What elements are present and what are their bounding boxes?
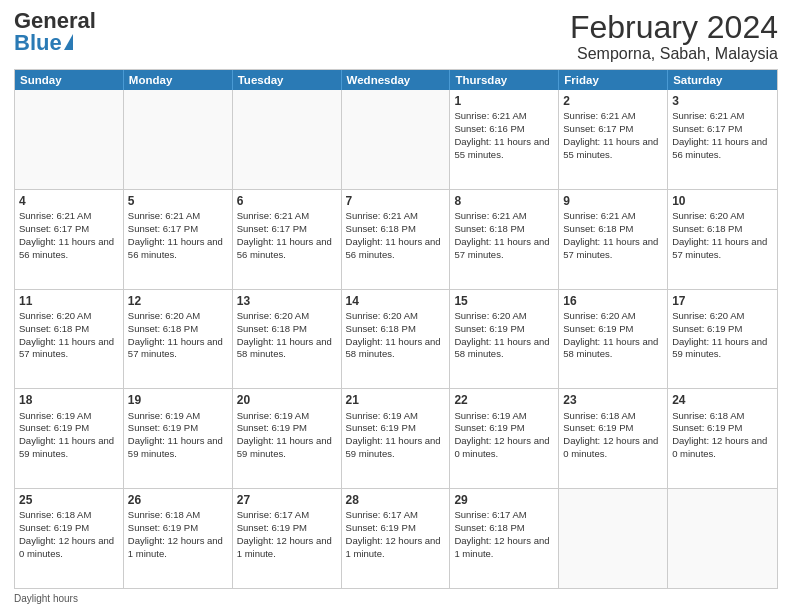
sunrise-text: Sunrise: 6:20 AM [128,310,200,321]
calendar-cell: 28Sunrise: 6:17 AMSunset: 6:19 PMDayligh… [342,489,451,588]
calendar-cell: 13Sunrise: 6:20 AMSunset: 6:18 PMDayligh… [233,290,342,389]
sunrise-text: Sunrise: 6:21 AM [128,210,200,221]
calendar-cell [124,90,233,189]
calendar-cell: 16Sunrise: 6:20 AMSunset: 6:19 PMDayligh… [559,290,668,389]
sunrise-text: Sunrise: 6:18 AM [563,410,635,421]
daylight-text: Daylight: 11 hours and 55 minutes. [563,136,658,160]
sunrise-text: Sunrise: 6:20 AM [454,310,526,321]
daylight-text: Daylight: 11 hours and 59 minutes. [128,435,223,459]
calendar-cell: 10Sunrise: 6:20 AMSunset: 6:18 PMDayligh… [668,190,777,289]
footer-label: Daylight hours [14,593,78,604]
calendar-cell: 5Sunrise: 6:21 AMSunset: 6:17 PMDaylight… [124,190,233,289]
sunset-text: Sunset: 6:17 PM [237,223,307,234]
sunset-text: Sunset: 6:19 PM [672,323,742,334]
daylight-text: Daylight: 11 hours and 56 minutes. [346,236,441,260]
day-number: 10 [672,193,773,209]
daylight-text: Daylight: 12 hours and 0 minutes. [672,435,767,459]
sunset-text: Sunset: 6:18 PM [454,522,524,533]
calendar-cell [233,90,342,189]
calendar-page: General Blue February 2024 Semporna, Sab… [0,0,792,612]
calendar-body: 1Sunrise: 6:21 AMSunset: 6:16 PMDaylight… [15,90,777,588]
calendar-cell [15,90,124,189]
cal-header-day: Friday [559,70,668,90]
day-number: 7 [346,193,446,209]
calendar-cell: 25Sunrise: 6:18 AMSunset: 6:19 PMDayligh… [15,489,124,588]
day-number: 3 [672,93,773,109]
day-number: 20 [237,392,337,408]
daylight-text: Daylight: 12 hours and 0 minutes. [19,535,114,559]
sunrise-text: Sunrise: 6:17 AM [454,509,526,520]
sunset-text: Sunset: 6:17 PM [672,123,742,134]
daylight-text: Daylight: 11 hours and 56 minutes. [128,236,223,260]
daylight-text: Daylight: 11 hours and 57 minutes. [19,336,114,360]
calendar-cell: 21Sunrise: 6:19 AMSunset: 6:19 PMDayligh… [342,389,451,488]
day-number: 2 [563,93,663,109]
cal-header-day: Wednesday [342,70,451,90]
sunset-text: Sunset: 6:19 PM [346,522,416,533]
sunrise-text: Sunrise: 6:18 AM [128,509,200,520]
calendar-cell: 8Sunrise: 6:21 AMSunset: 6:18 PMDaylight… [450,190,559,289]
sunrise-text: Sunrise: 6:19 AM [128,410,200,421]
logo-blue: Blue [14,30,62,55]
sunrise-text: Sunrise: 6:21 AM [19,210,91,221]
day-number: 17 [672,293,773,309]
calendar-cell: 14Sunrise: 6:20 AMSunset: 6:18 PMDayligh… [342,290,451,389]
footer: Daylight hours [14,593,778,604]
calendar-cell: 19Sunrise: 6:19 AMSunset: 6:19 PMDayligh… [124,389,233,488]
daylight-text: Daylight: 12 hours and 1 minute. [346,535,441,559]
sunrise-text: Sunrise: 6:21 AM [237,210,309,221]
day-number: 16 [563,293,663,309]
day-number: 22 [454,392,554,408]
day-number: 27 [237,492,337,508]
daylight-text: Daylight: 11 hours and 59 minutes. [19,435,114,459]
header: General Blue February 2024 Semporna, Sab… [14,10,778,63]
calendar-cell: 6Sunrise: 6:21 AMSunset: 6:17 PMDaylight… [233,190,342,289]
sunset-text: Sunset: 6:16 PM [454,123,524,134]
sunrise-text: Sunrise: 6:19 AM [454,410,526,421]
day-number: 24 [672,392,773,408]
daylight-text: Daylight: 11 hours and 56 minutes. [19,236,114,260]
sunrise-text: Sunrise: 6:20 AM [237,310,309,321]
sunset-text: Sunset: 6:18 PM [454,223,524,234]
daylight-text: Daylight: 11 hours and 55 minutes. [454,136,549,160]
day-number: 29 [454,492,554,508]
calendar-cell: 15Sunrise: 6:20 AMSunset: 6:19 PMDayligh… [450,290,559,389]
daylight-text: Daylight: 11 hours and 57 minutes. [672,236,767,260]
day-number: 8 [454,193,554,209]
sunrise-text: Sunrise: 6:20 AM [672,210,744,221]
sunset-text: Sunset: 6:19 PM [346,422,416,433]
sunrise-text: Sunrise: 6:19 AM [346,410,418,421]
daylight-text: Daylight: 12 hours and 0 minutes. [563,435,658,459]
calendar-cell: 12Sunrise: 6:20 AMSunset: 6:18 PMDayligh… [124,290,233,389]
sunrise-text: Sunrise: 6:21 AM [563,110,635,121]
sunrise-text: Sunrise: 6:18 AM [19,509,91,520]
logo-text: General Blue [14,8,96,55]
calendar-cell: 7Sunrise: 6:21 AMSunset: 6:18 PMDaylight… [342,190,451,289]
cal-header-day: Monday [124,70,233,90]
calendar-cell: 3Sunrise: 6:21 AMSunset: 6:17 PMDaylight… [668,90,777,189]
sunset-text: Sunset: 6:17 PM [19,223,89,234]
calendar-cell: 24Sunrise: 6:18 AMSunset: 6:19 PMDayligh… [668,389,777,488]
day-number: 6 [237,193,337,209]
calendar-cell: 20Sunrise: 6:19 AMSunset: 6:19 PMDayligh… [233,389,342,488]
sunset-text: Sunset: 6:19 PM [563,323,633,334]
day-number: 11 [19,293,119,309]
page-title: February 2024 [570,10,778,45]
sunrise-text: Sunrise: 6:21 AM [454,110,526,121]
calendar-cell: 27Sunrise: 6:17 AMSunset: 6:19 PMDayligh… [233,489,342,588]
daylight-text: Daylight: 11 hours and 56 minutes. [237,236,332,260]
sunset-text: Sunset: 6:18 PM [672,223,742,234]
day-number: 26 [128,492,228,508]
sunset-text: Sunset: 6:18 PM [346,223,416,234]
sunset-text: Sunset: 6:18 PM [237,323,307,334]
calendar-cell [559,489,668,588]
calendar-cell: 1Sunrise: 6:21 AMSunset: 6:16 PMDaylight… [450,90,559,189]
day-number: 1 [454,93,554,109]
sunset-text: Sunset: 6:19 PM [237,522,307,533]
sunrise-text: Sunrise: 6:19 AM [19,410,91,421]
sunset-text: Sunset: 6:19 PM [128,522,198,533]
daylight-text: Daylight: 11 hours and 58 minutes. [237,336,332,360]
day-number: 5 [128,193,228,209]
cal-header-day: Tuesday [233,70,342,90]
sunset-text: Sunset: 6:18 PM [563,223,633,234]
